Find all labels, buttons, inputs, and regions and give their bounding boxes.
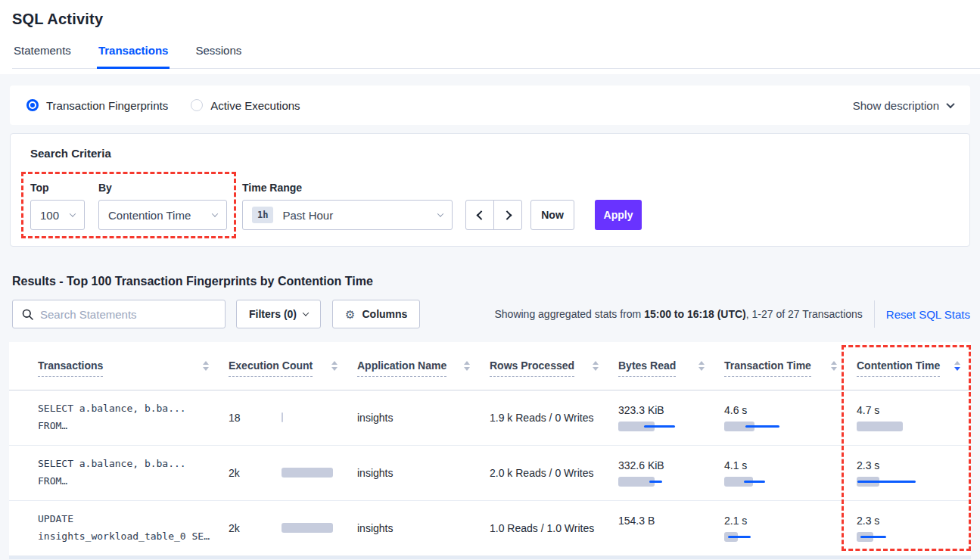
tab-bar: Statements Transactions Sessions bbox=[12, 44, 968, 69]
transaction-time-cell: 2.1 s bbox=[715, 515, 848, 543]
divider bbox=[874, 300, 875, 328]
table-row: UPDATE insights_workload_table_0 SE… 2k … bbox=[9, 501, 971, 556]
execution-count-cell: 2k bbox=[219, 522, 348, 534]
sort-icon[interactable] bbox=[831, 361, 837, 371]
chevron-down-icon bbox=[437, 210, 443, 216]
transaction-time-bar bbox=[724, 477, 837, 487]
search-icon bbox=[22, 309, 33, 320]
column-header-rows-processed[interactable]: Rows Processed bbox=[481, 355, 609, 377]
columns-button-label: Columns bbox=[362, 308, 407, 320]
transaction-fingerprint-link[interactable]: UPDATE insights_workload_table_0 SE… bbox=[9, 511, 219, 546]
bytes-read-bar bbox=[618, 477, 705, 487]
aggregated-stats-text: Showing aggregated stats from 15:00 to 1… bbox=[494, 308, 862, 320]
stats-time-range: 15:00 to 16:18 (UTC) bbox=[644, 308, 746, 320]
column-header-bytes-read[interactable]: Bytes Read bbox=[609, 355, 715, 377]
sort-icon[interactable] bbox=[593, 361, 599, 371]
results-toolbar: Filters (0) ⚙ Columns Showing aggregated… bbox=[12, 300, 970, 328]
reset-sql-stats-link[interactable]: Reset SQL Stats bbox=[886, 308, 970, 321]
search-statements-box[interactable] bbox=[12, 300, 226, 328]
search-criteria-card: Search Criteria Top 100 By Contention Ti… bbox=[10, 133, 970, 247]
top-select[interactable]: 100 bbox=[30, 200, 85, 230]
column-header-transactions[interactable]: Transactions bbox=[9, 355, 219, 377]
search-criteria-heading: Search Criteria bbox=[30, 147, 950, 160]
contention-time-bar bbox=[857, 422, 960, 432]
bytes-read-cell: 154.3 B bbox=[609, 515, 715, 543]
tab-statements[interactable]: Statements bbox=[12, 44, 73, 69]
chevron-left-icon bbox=[476, 210, 486, 220]
table-row: SELECT a.balance, b.ba... FROM… 2k insig… bbox=[9, 446, 971, 501]
chevron-down-icon bbox=[212, 210, 218, 216]
radio-active-executions[interactable]: Active Executions bbox=[191, 99, 300, 112]
column-header-transaction-time[interactable]: Transaction Time bbox=[715, 355, 848, 377]
radio-selected-icon[interactable] bbox=[26, 99, 39, 111]
application-name-cell: insights bbox=[348, 467, 481, 479]
execution-count-cell: 18 bbox=[219, 412, 348, 424]
time-range-badge: 1h bbox=[252, 207, 273, 223]
radio-label: Transaction Fingerprints bbox=[46, 99, 168, 112]
radio-label: Active Executions bbox=[210, 99, 300, 112]
bytes-read-cell: 323.3 KiB bbox=[609, 404, 715, 432]
transaction-time-bar bbox=[724, 532, 837, 543]
gear-icon: ⚙ bbox=[345, 309, 355, 320]
time-range-nav bbox=[465, 200, 522, 230]
rows-processed-cell: 2.0 k Reads / 0 Writes bbox=[481, 467, 609, 479]
rows-processed-cell: 1.0 Reads / 1.0 Writes bbox=[481, 522, 609, 534]
time-range-select[interactable]: 1h Past Hour bbox=[242, 200, 453, 230]
execution-count-cell: 2k bbox=[219, 467, 348, 479]
execution-count-bar bbox=[282, 523, 342, 534]
filters-button-label: Filters (0) bbox=[249, 308, 297, 320]
transaction-fingerprint-link[interactable]: SELECT a.balance, b.ba... FROM… bbox=[9, 456, 219, 490]
stats-prefix: Showing aggregated stats from bbox=[494, 308, 644, 320]
bytes-read-bar bbox=[618, 532, 705, 543]
tab-transactions[interactable]: Transactions bbox=[97, 44, 170, 69]
contention-time-bar bbox=[857, 477, 960, 487]
table-header-row: Transactions Execution Count Application… bbox=[9, 342, 971, 390]
chevron-down-icon bbox=[70, 210, 76, 216]
time-range-label: Time Range bbox=[242, 182, 453, 194]
transaction-time-bar bbox=[724, 422, 837, 432]
stats-suffix: , 1-27 of 27 Transactions bbox=[746, 308, 863, 320]
contention-time-cell: 2.3 s bbox=[848, 459, 971, 487]
contention-time-cell: 4.7 s bbox=[848, 404, 971, 432]
execution-count-bar bbox=[282, 468, 342, 478]
apply-button[interactable]: Apply bbox=[595, 200, 642, 230]
chevron-down-icon bbox=[303, 310, 309, 316]
transaction-time-cell: 4.6 s bbox=[715, 404, 848, 432]
sort-icon[interactable] bbox=[464, 361, 470, 371]
application-name-cell: insights bbox=[348, 522, 481, 534]
column-header-contention-time[interactable]: Contention Time bbox=[848, 355, 971, 377]
rows-processed-cell: 1.9 k Reads / 0 Writes bbox=[481, 412, 609, 424]
column-header-execution-count[interactable]: Execution Count bbox=[219, 355, 348, 377]
transactions-table: Transactions Execution Count Application… bbox=[9, 342, 971, 559]
transaction-fingerprint-link[interactable]: SELECT a.balance, b.ba... FROM… bbox=[9, 400, 219, 435]
search-statements-input[interactable] bbox=[40, 308, 216, 321]
next-time-range-button[interactable] bbox=[493, 200, 522, 230]
show-description-toggle[interactable]: Show description bbox=[853, 99, 954, 112]
table-row: SELECT a.balance, b.ba... FROM… 18 insig… bbox=[9, 390, 971, 446]
sort-icon[interactable] bbox=[203, 361, 209, 371]
now-button[interactable]: Now bbox=[530, 200, 574, 230]
application-name-cell: insights bbox=[348, 412, 481, 424]
sort-icon[interactable] bbox=[698, 361, 705, 371]
radio-unselected-icon[interactable] bbox=[191, 99, 203, 111]
by-select[interactable]: Contention Time bbox=[98, 200, 227, 230]
bytes-read-bar bbox=[618, 422, 705, 432]
top-field-group: Top 100 bbox=[30, 182, 85, 230]
search-criteria-controls: Top 100 By Contention Time Time Range 1h… bbox=[30, 182, 950, 230]
chevron-right-icon bbox=[502, 210, 512, 220]
sort-icon[interactable] bbox=[331, 361, 338, 371]
by-label: By bbox=[98, 182, 227, 194]
bytes-read-cell: 332.6 KiB bbox=[609, 459, 715, 487]
tab-sessions[interactable]: Sessions bbox=[194, 44, 243, 69]
execution-count-bar bbox=[282, 412, 342, 423]
top-select-value: 100 bbox=[40, 209, 59, 222]
columns-button[interactable]: ⚙ Columns bbox=[332, 300, 420, 328]
previous-time-range-button[interactable] bbox=[465, 200, 494, 230]
time-range-field-group: Time Range 1h Past Hour bbox=[242, 182, 453, 230]
filters-button[interactable]: Filters (0) bbox=[236, 300, 321, 328]
transaction-time-cell: 4.1 s bbox=[715, 459, 848, 487]
show-description-label: Show description bbox=[853, 99, 939, 112]
column-header-application-name[interactable]: Application Name bbox=[348, 355, 481, 377]
radio-transaction-fingerprints[interactable]: Transaction Fingerprints bbox=[26, 99, 168, 112]
sort-icon-active[interactable] bbox=[954, 361, 960, 371]
